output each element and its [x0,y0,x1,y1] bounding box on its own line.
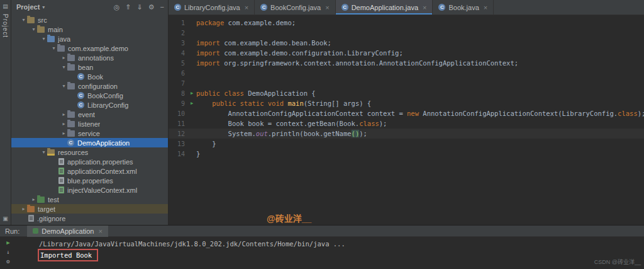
chevron-right-icon[interactable]: ▸ [60,55,67,60]
tree-item-com-example-demo[interactable]: ▾com.example.demo [11,43,168,53]
expand-all-icon[interactable]: ⇓ [136,3,142,11]
favorites-tool-icon[interactable]: ▣ [3,215,8,222]
settings-icon[interactable]: ⚙ [148,3,155,11]
project-tree[interactable]: ▾src▾main▾java▾com.example.demo▸annotati… [11,14,168,225]
tree-item-book[interactable]: CBook [11,72,168,81]
line-number[interactable]: 2 [169,30,187,37]
tree-item-java[interactable]: ▾java [11,34,168,43]
line-number[interactable]: 6 [169,70,187,77]
project-tool-button[interactable]: Project [2,14,9,38]
line-number[interactable]: 1 [169,20,187,26]
line-number[interactable]: 3 [169,40,187,47]
code-line[interactable]: 11 Book book = context.getBean(Book.clas… [169,118,644,129]
tree-item-label: BookConfig [87,92,123,100]
code-line[interactable]: 12 System.out.println(book.getName()); [169,129,644,139]
hide-panel-icon[interactable]: − [160,3,164,11]
code-line[interactable]: 14} [169,149,644,159]
chevron-down-icon[interactable]: ▾ [40,149,47,155]
code-line[interactable]: 6 [169,68,644,78]
tree-item-blue-properties[interactable]: blue.properties [11,176,168,185]
editor-tab-libraryconfig-java[interactable]: CLibraryConfig.java× [169,0,255,14]
code-line[interactable]: 2 [169,28,644,38]
tree-item-application-properties[interactable]: application.properties [11,157,168,166]
locate-icon[interactable]: ◎ [114,3,120,11]
tree-item-applicationcontext-xml[interactable]: applicationContext.xml [11,166,168,176]
chevron-right-icon[interactable]: ▸ [20,206,27,212]
close-icon[interactable]: × [325,4,329,11]
run-panel-header: Run: DemoApplication × [0,226,644,237]
xml-icon [58,186,64,193]
code-line[interactable]: 9▶ public static void main(String[] args… [169,98,644,108]
tree-item-annotations[interactable]: ▸annotations [11,53,168,62]
close-icon[interactable]: × [98,227,102,235]
tree-item-label: src [38,16,47,24]
line-number[interactable]: 5 [169,60,187,67]
editor-tab-bookconfig-java[interactable]: CBookConfig.java× [255,0,336,14]
tree-item-gitignore[interactable]: .gitignore [11,214,168,223]
line-number[interactable]: 8 [169,90,187,97]
tree-item-event[interactable]: ▸event [11,110,168,119]
close-icon[interactable]: × [423,4,426,11]
code-editor[interactable]: 1package com.example.demo;23import com.e… [169,15,644,225]
code-text: import org.springframework.context.annot… [196,59,518,67]
project-panel-title[interactable]: Project [16,3,40,11]
rerun-icon[interactable]: ▶ [6,239,9,247]
line-number[interactable]: 9 [169,100,187,107]
line-number[interactable]: 12 [169,130,187,137]
tree-item-configuration[interactable]: ▾configuration [11,81,168,91]
chevron-right-icon[interactable]: ▸ [60,130,67,136]
chevron-down-icon[interactable]: ▾ [40,36,47,42]
run-settings-icon[interactable]: ⚙ [6,258,9,266]
tree-item-injectvaluecontext-xml[interactable]: injectValueContext.xml [11,185,168,195]
editor-tab-book-java[interactable]: CBook.java× [433,0,494,14]
tree-item-resources[interactable]: ▾resources [11,147,168,157]
line-number[interactable]: 10 [169,110,187,117]
code-line[interactable]: 5import org.springframework.context.anno… [169,58,644,68]
chevron-down-icon[interactable]: ▾ [20,17,27,23]
code-line[interactable]: 4import com.example.demo.configuration.L… [169,48,644,58]
run-tab-demoapplication[interactable]: DemoApplication × [27,226,108,237]
code-line[interactable]: 7 [169,78,644,88]
tree-item-listener[interactable]: ▸listener [11,119,168,129]
collapse-all-icon[interactable]: ⇑ [125,3,131,11]
chevron-right-icon[interactable]: ▸ [60,121,67,127]
tree-item-libraryconfig[interactable]: CLibraryConfig [11,100,168,110]
code-line[interactable]: 10 AnnotationConfigApplicationContext co… [169,108,644,118]
chevron-down-icon[interactable]: ▾ [50,45,57,51]
tree-item-target[interactable]: ▸target [11,204,168,214]
tree-item-main[interactable]: ▾main [11,25,168,34]
run-toolbar: ▶↓⚙ [0,237,16,269]
close-icon[interactable]: × [245,4,248,11]
line-number[interactable]: 13 [169,140,187,147]
run-panel: Run: DemoApplication × ▶↓⚙ /Library/Java… [0,225,644,269]
code-line[interactable]: 1package com.example.demo; [169,18,644,28]
chevron-down-icon[interactable]: ▾ [42,4,45,10]
tree-item-service[interactable]: ▸service [11,129,168,138]
run-line-icon[interactable]: ▶ [187,101,196,106]
line-number[interactable]: 7 [169,80,187,87]
code-line[interactable]: 8▶public class DemoApplication { [169,88,644,98]
code-line[interactable]: 13 } [169,139,644,149]
chevron-down-icon[interactable]: ▾ [60,64,67,70]
line-number[interactable]: 4 [169,50,187,57]
tree-item-test[interactable]: ▸test [11,195,168,204]
console-output[interactable]: /Library/Java/JavaVirtualMachines/jdk1.8… [16,237,644,269]
tree-item-bookconfig[interactable]: CBookConfig [11,91,168,100]
tree-item-bean[interactable]: ▾bean [11,62,168,72]
run-line-icon[interactable]: ▶ [187,91,196,96]
folder-icon [37,26,45,33]
chevron-right-icon[interactable]: ▸ [30,197,37,202]
chevron-down-icon[interactable]: ▾ [60,83,67,89]
code-text: public class DemoApplication { [196,89,316,97]
scroll-down-icon[interactable]: ↓ [6,248,9,256]
editor-tab-demoapplication-java[interactable]: CDemoApplication.java× [336,0,433,14]
chevron-down-icon[interactable]: ▾ [30,26,37,32]
code-line[interactable]: 3import com.example.demo.bean.Book; [169,38,644,48]
window-menu-icon[interactable]: ▤ [3,3,8,10]
line-number[interactable]: 11 [169,120,187,127]
tree-item-demoapplication[interactable]: CDemoApplication [11,138,168,147]
line-number[interactable]: 14 [169,151,187,157]
chevron-right-icon[interactable]: ▸ [60,112,67,117]
close-icon[interactable]: × [484,4,487,11]
tree-item-src[interactable]: ▾src [11,15,168,25]
